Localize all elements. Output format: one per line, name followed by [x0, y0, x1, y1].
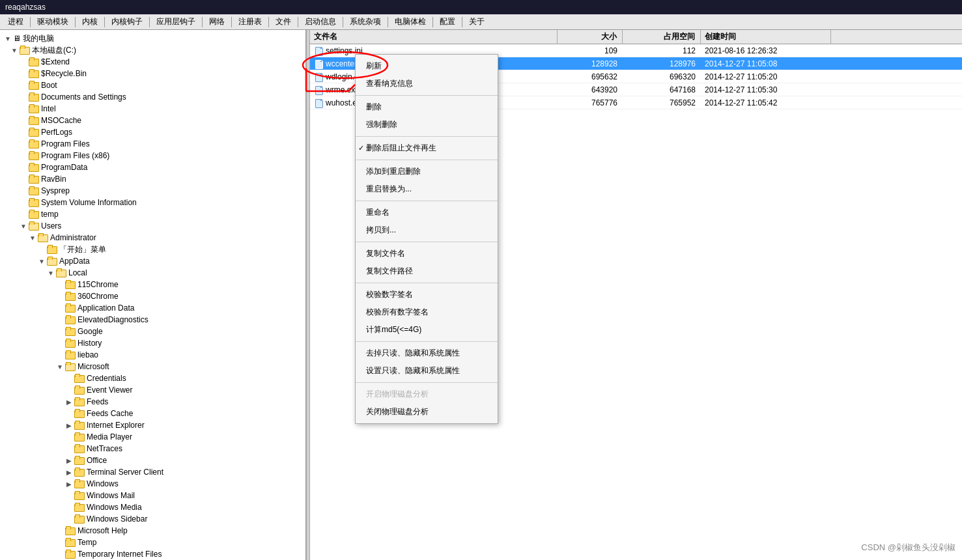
expand-btn[interactable]: ▶	[64, 420, 74, 430]
tree-item[interactable]: Media Player	[0, 431, 305, 443]
expand-btn[interactable]: ▼	[9, 45, 20, 55]
tree-item[interactable]: Temp	[0, 537, 305, 548]
ctx-item[interactable]: 校验所有数字签名	[356, 303, 498, 321]
ctx-item[interactable]: 复制文件名	[356, 245, 498, 262]
ctx-item[interactable]: 重启替换为...	[356, 180, 498, 198]
menu-sep-11	[432, 17, 433, 27]
tree-item[interactable]: $Recycle.Bin	[0, 68, 305, 79]
ctx-item[interactable]: 查看纳克信息	[356, 75, 498, 92]
file-size-cell: 643920	[558, 84, 623, 96]
tree-item[interactable]: Google	[0, 326, 305, 337]
expand-btn[interactable]: ▶	[64, 479, 74, 489]
tree-item[interactable]: Windows Sidebar	[0, 513, 305, 525]
ctx-item[interactable]: 刷新	[356, 57, 498, 75]
tree-root[interactable]: ▼ 🖥 我的电脑	[0, 33, 305, 44]
folder-icon	[65, 303, 76, 313]
ctx-item[interactable]: 重命名	[356, 204, 498, 221]
menu-startup[interactable]: 启动信息	[300, 14, 341, 29]
tree-item[interactable]: Sysprep	[0, 185, 305, 197]
ctx-item[interactable]: 强制删除	[356, 116, 498, 133]
ctx-item[interactable]: 删除	[356, 98, 498, 116]
folder-icon	[74, 397, 85, 406]
menu-kernel[interactable]: 内核	[77, 14, 103, 29]
tree-item-label: Users	[41, 221, 61, 231]
tree-item[interactable]: ▶ Office	[0, 455, 305, 466]
tree-item[interactable]: ElevatedDiagnostics	[0, 314, 305, 326]
tree-item[interactable]: Boot	[0, 79, 305, 91]
tree-item[interactable]: Microsoft Help	[0, 525, 305, 537]
expand-btn[interactable]: ▼	[18, 221, 29, 231]
folder-icon	[74, 409, 85, 418]
tree-item[interactable]: ▼ Local	[0, 267, 305, 279]
expand-btn[interactable]: ▼	[27, 232, 38, 243]
tree-item[interactable]: ▶ Windows	[0, 478, 305, 490]
tree-item[interactable]: ▼ 本地磁盘(C:)	[0, 44, 305, 56]
tree-item[interactable]: Program Files (x86)	[0, 150, 305, 161]
expand-btn[interactable]: ▼	[46, 268, 56, 278]
menu-checkpc[interactable]: 电脑体检	[389, 14, 431, 29]
ctx-item[interactable]: 设置只读、隐藏和系统属性	[356, 362, 498, 380]
menu-registry[interactable]: 注册表	[233, 14, 267, 29]
tree-item[interactable]: ▼ AppData	[0, 255, 305, 267]
context-menu[interactable]: 刷新查看纳克信息删除强制删除删除后阻止文件再生添加到重启删除重启替换为...重命…	[355, 54, 498, 424]
tree-item[interactable]: RavBin	[0, 173, 305, 185]
tree-item[interactable]: PerfLogs	[0, 126, 305, 138]
expand-root[interactable]: ▼	[3, 33, 13, 44]
tree-item[interactable]: Program Files	[0, 138, 305, 150]
tree-item[interactable]: ▶ Terminal Server Client	[0, 466, 305, 478]
tree-item[interactable]: Credentials	[0, 372, 305, 384]
tree-item[interactable]: Temporary Internet Files	[0, 548, 305, 560]
menu-config[interactable]: 配置	[434, 14, 460, 29]
ctx-item[interactable]: 计算md5(<=4G)	[356, 321, 498, 339]
menu-about[interactable]: 关于	[464, 14, 490, 29]
tree-item[interactable]: Feeds Cache	[0, 408, 305, 419]
ctx-item[interactable]: 删除后阻止文件再生	[356, 139, 498, 157]
tree-item[interactable]: Windows Media	[0, 501, 305, 513]
expand-btn[interactable]: ▶	[64, 455, 74, 466]
expand-btn[interactable]: ▶	[64, 467, 74, 477]
tree-item[interactable]: ProgramData	[0, 161, 305, 173]
ctx-item[interactable]: 复制文件路径	[356, 262, 498, 280]
menu-file[interactable]: 文件	[270, 14, 296, 29]
tree-item[interactable]: 「开始」菜单	[0, 244, 305, 255]
tree-item[interactable]: ▼ Microsoft	[0, 361, 305, 372]
ctx-separator	[356, 382, 498, 383]
ctx-item[interactable]: 校验数字签名	[356, 286, 498, 303]
tree-item[interactable]: ▼ Users	[0, 220, 305, 232]
menu-process[interactable]: 进程	[3, 14, 29, 29]
tree-item[interactable]: History	[0, 337, 305, 349]
expand-btn[interactable]: ▶	[64, 397, 74, 407]
tree-item[interactable]: ▼ Administrator	[0, 232, 305, 244]
file-time-cell: 2014-12-27 11:05:20	[701, 71, 831, 83]
tree-item[interactable]: Application Data	[0, 302, 305, 314]
tree-item[interactable]: MSOCache	[0, 115, 305, 126]
tree-item[interactable]: System Volume Information	[0, 197, 305, 208]
tree-item[interactable]: 115Chrome	[0, 279, 305, 290]
tree-item[interactable]: NetTraces	[0, 443, 305, 455]
tree-item[interactable]: Windows Mail	[0, 490, 305, 501]
menu-system[interactable]: 系统杂项	[345, 14, 386, 29]
expand-btn[interactable]: ▼	[55, 361, 65, 372]
ctx-item[interactable]: 去掉只读、隐藏和系统属性	[356, 344, 498, 362]
tree-pane[interactable]: ▼ 🖥 我的电脑 ▼ 本地磁盘(C:) $Extend $Recycle.Bin…	[0, 30, 306, 560]
menu-driver[interactable]: 驱动模块	[32, 14, 74, 29]
tree-item[interactable]: liebao	[0, 349, 305, 361]
folder-icon	[29, 139, 39, 148]
menu-kernel-hook[interactable]: 内核钩子	[106, 14, 148, 29]
tree-item[interactable]: Event Viewer	[0, 384, 305, 396]
folder-icon	[65, 315, 76, 324]
ctx-item[interactable]: 添加到重启删除	[356, 163, 498, 180]
menu-network[interactable]: 网络	[204, 14, 230, 29]
tree-item[interactable]: Documents and Settings	[0, 91, 305, 103]
tree-item[interactable]: Intel	[0, 103, 305, 115]
tree-item[interactable]: ▶ Feeds	[0, 396, 305, 408]
menu-app-hook[interactable]: 应用层钩子	[151, 14, 201, 29]
tree-item[interactable]: 360Chrome	[0, 290, 305, 302]
tree-item[interactable]: temp	[0, 208, 305, 220]
expand-btn[interactable]: ▼	[36, 256, 47, 266]
tree-item[interactable]: ▶ Internet Explorer	[0, 419, 305, 431]
ctx-item[interactable]: 拷贝到...	[356, 221, 498, 239]
tree-item[interactable]: $Extend	[0, 56, 305, 68]
folder-icon	[47, 245, 57, 254]
ctx-item[interactable]: 关闭物理磁盘分析	[356, 403, 498, 421]
